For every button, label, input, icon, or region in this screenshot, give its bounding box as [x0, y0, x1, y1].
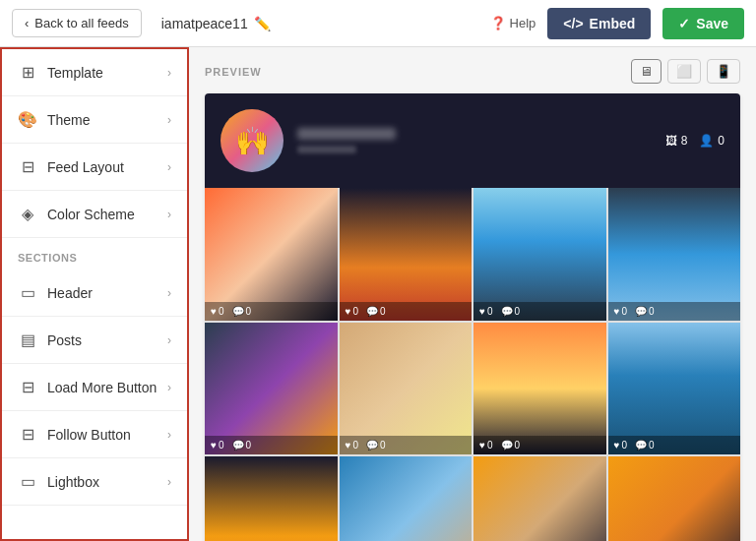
chevron-right-icon: ›: [167, 160, 171, 174]
feed-name-container: iamatpeace11 ✏️: [161, 16, 478, 31]
photo-cell[interactable]: ♥ 0 💬 0: [340, 188, 472, 321]
chevron-right-icon: ›: [167, 286, 171, 300]
photo-cell[interactable]: ♥ 0 💬 0: [608, 323, 741, 455]
tablet-icon: ⬜: [676, 64, 692, 79]
sidebar: ⊞ Template › 🎨 Theme › ⊟ Feed Layout › ◈…: [0, 47, 189, 541]
preview-header: PREVIEW 🖥 ⬜ 📱: [205, 59, 740, 84]
heart-icon: ♥: [479, 440, 485, 451]
load-more-button-label: Load More Button: [47, 380, 157, 395]
photo-cell[interactable]: ♥ 0 💬 0: [608, 188, 741, 321]
profile-handle-blurred: [297, 146, 356, 153]
mobile-icon: 📱: [716, 64, 731, 79]
embed-button[interactable]: </> Embed: [547, 8, 651, 39]
template-icon: ⊞: [18, 63, 37, 82]
photo-cell[interactable]: ♥ 0 💬 0: [340, 323, 472, 455]
theme-label: Theme: [47, 112, 91, 128]
sidebar-item-posts[interactable]: ▤ Posts ›: [2, 317, 187, 364]
posts-count: 8: [681, 134, 688, 148]
feed-preview: 🙌 🖼 8 👤 0: [205, 93, 740, 541]
checkmark-icon: ✓: [678, 16, 690, 31]
followers-stat: 👤 0: [699, 134, 724, 148]
profile-avatar: 🙌: [220, 109, 284, 172]
photo-cell[interactable]: ♥ 0 💬 0: [340, 456, 472, 541]
posts-label: Posts: [47, 332, 82, 348]
heart-icon: ♥: [614, 306, 620, 317]
heart-icon: ♥: [346, 306, 351, 317]
sidebar-item-color-scheme[interactable]: ◈ Color Scheme ›: [2, 191, 187, 238]
header-label: Header: [47, 285, 93, 301]
embed-code-icon: </>: [563, 16, 583, 31]
comment-icon: 💬: [366, 306, 378, 317]
profile-info: [297, 128, 652, 153]
help-icon: ❓: [490, 16, 506, 30]
template-label: Template: [47, 65, 103, 81]
photo-cell[interactable]: ♥ 0 💬 0: [473, 456, 606, 541]
theme-icon: 🎨: [18, 110, 37, 129]
heart-icon: ♥: [614, 440, 620, 451]
save-label: Save: [696, 16, 728, 31]
view-toggle-group: 🖥 ⬜ 📱: [631, 59, 740, 84]
preview-area: PREVIEW 🖥 ⬜ 📱 🙌: [189, 47, 756, 541]
chevron-right-icon: ›: [167, 381, 171, 394]
sidebar-item-lightbox[interactable]: ▭ Lightbox ›: [2, 458, 187, 506]
sidebar-item-header[interactable]: ▭ Header ›: [2, 270, 187, 317]
photo-cell[interactable]: ♥ 0 💬 0: [473, 323, 606, 455]
main-layout: ⊞ Template › 🎨 Theme › ⊟ Feed Layout › ◈…: [0, 47, 756, 541]
chevron-left-icon: ‹: [25, 16, 29, 30]
color-scheme-label: Color Scheme: [47, 207, 135, 222]
chevron-right-icon: ›: [167, 475, 171, 489]
photo-cell[interactable]: ♥ 0 💬 0: [205, 323, 338, 455]
comment-icon: 💬: [501, 440, 513, 451]
followers-icon: 👤: [699, 134, 714, 148]
chevron-right-icon: ›: [167, 208, 171, 221]
edit-icon[interactable]: ✏️: [254, 16, 271, 31]
chevron-right-icon: ›: [167, 333, 171, 347]
tablet-view-button[interactable]: ⬜: [667, 59, 701, 84]
save-button[interactable]: ✓ Save: [662, 8, 744, 39]
sidebar-item-theme[interactable]: 🎨 Theme ›: [2, 96, 187, 144]
lightbox-icon: ▭: [18, 472, 37, 491]
feed-name-text: iamatpeace11: [161, 16, 248, 31]
sidebar-item-load-more-button[interactable]: ⊟ Load More Button ›: [2, 364, 187, 411]
desktop-view-button[interactable]: 🖥: [631, 59, 662, 84]
comment-icon: 💬: [232, 440, 244, 451]
desktop-icon: 🖥: [640, 64, 653, 79]
feed-layout-label: Feed Layout: [47, 159, 124, 175]
color-scheme-icon: ◈: [18, 205, 37, 223]
load-more-button-icon: ⊟: [18, 378, 37, 396]
embed-label: Embed: [590, 16, 636, 31]
sidebar-item-follow-button[interactable]: ⊟ Follow Button ›: [2, 411, 187, 458]
help-label: Help: [510, 16, 536, 30]
profile-stats: 🖼 8 👤 0: [665, 134, 724, 148]
profile-name-blurred: [297, 128, 396, 140]
follow-button-icon: ⊟: [18, 425, 37, 444]
lightbox-label: Lightbox: [47, 474, 99, 490]
heart-icon: ♥: [211, 440, 217, 451]
followers-count: 0: [718, 134, 724, 148]
feed-layout-icon: ⊟: [18, 157, 37, 176]
back-button[interactable]: ‹ Back to all feeds: [12, 9, 142, 37]
comment-icon: 💬: [635, 440, 647, 451]
help-button[interactable]: ❓ Help: [490, 16, 536, 30]
posts-icon: 🖼: [665, 134, 677, 148]
posts-stat: 🖼 8: [665, 134, 688, 148]
sidebar-item-feed-layout[interactable]: ⊟ Feed Layout ›: [2, 144, 187, 191]
chevron-right-icon: ›: [167, 66, 171, 80]
posts-icon: ▤: [18, 331, 37, 349]
mobile-view-button[interactable]: 📱: [707, 59, 740, 84]
comment-icon: 💬: [366, 440, 378, 451]
topbar: ‹ Back to all feeds iamatpeace11 ✏️ ❓ He…: [0, 0, 756, 47]
heart-icon: ♥: [479, 306, 485, 317]
feed-profile-header: 🙌 🖼 8 👤 0: [205, 93, 740, 188]
avatar-image: 🙌: [235, 125, 270, 157]
chevron-right-icon: ›: [167, 113, 171, 127]
photo-cell[interactable]: ♥ 0 💬 0: [205, 188, 338, 321]
photo-cell[interactable]: ♥ 0 💬 0: [473, 188, 606, 321]
comment-icon: 💬: [232, 306, 244, 317]
photo-cell[interactable]: ♥ 0 💬 0: [608, 456, 741, 541]
comment-icon: 💬: [635, 306, 647, 317]
photo-cell[interactable]: ♥ 0 💬 0: [205, 456, 338, 541]
photo-grid: ♥ 0 💬 0 ♥ 0 💬 0 ♥ 0 💬 0: [205, 188, 740, 541]
chevron-right-icon: ›: [167, 428, 171, 442]
sidebar-item-template[interactable]: ⊞ Template ›: [2, 49, 187, 96]
